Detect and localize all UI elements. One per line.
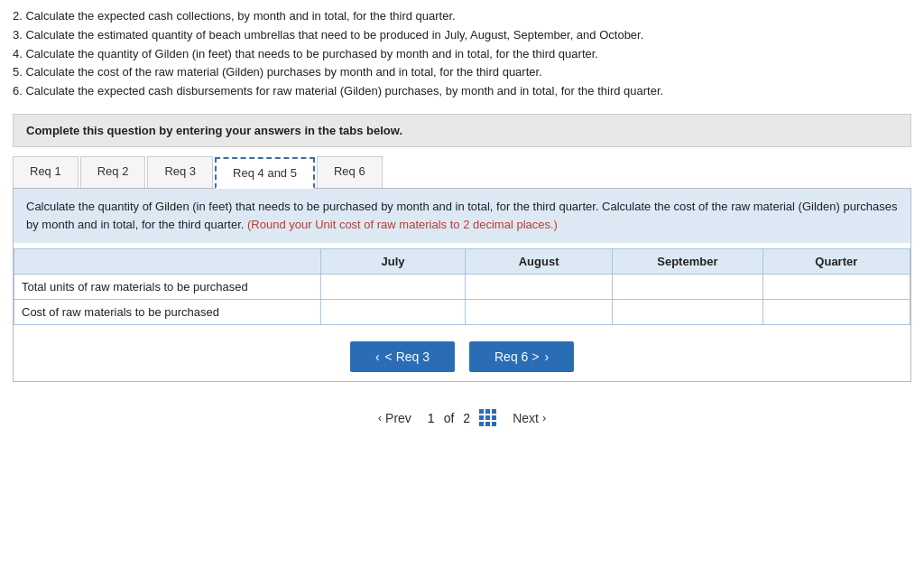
col-header-quarter: Quarter [762,249,910,275]
top-text-list: 2. Calculate the expected cash collectio… [0,0,924,105]
prev-page-button[interactable]: ‹ Prev [378,411,411,425]
col-header-empty [14,249,321,275]
next-label: Next [513,411,539,425]
instruction-box: Complete this question by entering your … [13,114,911,147]
row1-august-cell[interactable] [466,275,613,300]
row2-september-cell[interactable] [613,300,763,325]
list-item-4: 4. Calculate the quantity of Gilden (in … [13,45,911,64]
data-table-wrapper: July August September Quarter Total unit… [14,243,910,325]
grid-view-icon[interactable] [479,409,496,426]
row1-quarter-input[interactable] [763,275,910,299]
row1-july-cell[interactable] [321,275,466,300]
row1-august-input[interactable] [466,275,612,299]
row2-quarter-input[interactable] [763,300,910,324]
tab-req1[interactable]: Req 1 [13,156,79,188]
row2-july-input[interactable] [321,300,465,324]
instruction-text: Complete this question by entering your … [26,124,402,137]
list-item-5: 5. Calculate the cost of the raw materia… [13,63,911,82]
current-page: 1 [428,411,435,425]
description-text-red: (Round your Unit cost of raw materials t… [247,218,558,231]
prev-req-arrow-icon: ‹ [375,350,380,364]
row1-september-input[interactable] [613,275,762,299]
row2-quarter-cell[interactable] [762,300,910,325]
next-req-arrow-icon: › [544,350,549,364]
row1-september-cell[interactable] [613,275,763,300]
row2-label: Cost of raw materials to be purchased [14,300,321,325]
table-row: Cost of raw materials to be purchased [14,300,910,325]
next-page-button[interactable]: Next › [513,411,546,425]
prev-label: Prev [385,411,411,425]
list-item-3: 3. Calculate the estimated quantity of b… [13,26,911,45]
of-label: of [444,411,455,425]
col-header-july: July [321,249,466,275]
col-header-august: August [466,249,613,275]
tab-req6[interactable]: Req 6 [317,156,383,188]
row2-september-input[interactable] [613,300,762,324]
tab-req4and5[interactable]: Req 4 and 5 [215,157,315,189]
data-table: July August September Quarter Total unit… [14,248,910,325]
row1-quarter-cell[interactable] [762,275,910,300]
content-area: Calculate the quantity of Gilden (in fee… [13,189,911,382]
bottom-pagination: ‹ Prev 1 of 2 Next › [0,409,924,444]
next-req-label: Req 6 > [494,350,539,364]
table-row: Total units of raw materials to be purch… [14,275,910,300]
req-nav-buttons: ‹ < Req 3 Req 6 > › [14,341,910,372]
row1-july-input[interactable] [321,275,465,299]
list-item-2: 2. Calculate the expected cash collectio… [13,7,911,26]
col-header-september: September [613,249,763,275]
tab-req2[interactable]: Req 2 [80,156,146,188]
prev-req-label: < Req 3 [385,350,430,364]
prev-req-button[interactable]: ‹ < Req 3 [350,341,455,372]
total-pages: 2 [463,411,470,425]
row2-august-input[interactable] [466,300,612,324]
next-arrow-icon: › [542,411,546,424]
tab-req3[interactable]: Req 3 [147,156,213,188]
next-req-button[interactable]: Req 6 > › [469,341,574,372]
row2-july-cell[interactable] [321,300,466,325]
page-indicator: 1 of 2 [428,409,496,426]
prev-arrow-icon: ‹ [378,411,382,424]
list-item-6: 6. Calculate the expected cash disbursem… [13,82,911,101]
row2-august-cell[interactable] [466,300,613,325]
tabs-bar: Req 1 Req 2 Req 3 Req 4 and 5 Req 6 [13,156,911,189]
description-box: Calculate the quantity of Gilden (in fee… [14,189,910,243]
row1-label: Total units of raw materials to be purch… [14,275,321,300]
